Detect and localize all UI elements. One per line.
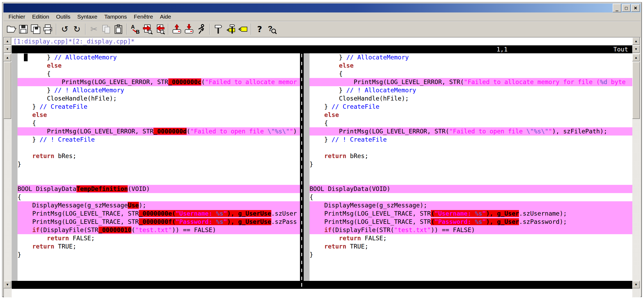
code-line: return bRes;	[310, 152, 632, 160]
session-save-icon	[184, 24, 194, 34]
right-code-pane[interactable]: } // AllocateMemory else { PrintMsg(LOG_…	[304, 53, 632, 281]
code-line: } // CreateFile	[18, 103, 300, 111]
toolbar-open-button[interactable]	[5, 23, 17, 36]
scroll-down-button[interactable]: ▼	[4, 45, 11, 53]
menu-item-outils[interactable]: Outils	[53, 14, 74, 20]
menu-item-tampons[interactable]: Tampons	[101, 14, 130, 20]
menu-item-edition[interactable]: Edition	[29, 14, 53, 20]
code-line	[310, 144, 632, 152]
code-line	[18, 259, 300, 267]
window-titlebar[interactable]: _ □ ×	[3, 3, 641, 12]
toolbar-redo-button[interactable]: ↻	[71, 23, 83, 36]
minibufexplorer-bufferline[interactable]: [1:display.cpp]*[2:_display.cpp]*	[12, 37, 632, 45]
minimize-button[interactable]: _	[613, 4, 621, 12]
menu-item-syntaxe[interactable]: Syntaxe	[74, 14, 101, 20]
toolbar-save-all-button[interactable]	[29, 23, 42, 36]
help-icon: ?	[257, 25, 262, 33]
code-line: PrintMsg(LOG_LEVEL_TRACE, STR_0000000f("…	[18, 218, 300, 226]
code-line: {	[310, 193, 632, 201]
code-line: return TRUE;	[18, 242, 300, 251]
make-icon	[213, 24, 224, 34]
toolbar-help-button[interactable]: ?	[254, 23, 266, 36]
scroll-down-button[interactable]: ▼	[632, 45, 640, 53]
code-line: return bRes;	[18, 152, 300, 160]
help-find-icon: ?	[267, 24, 277, 34]
statusline-scroll-position: Tout	[613, 45, 628, 53]
toolbar-session-load-button[interactable]	[171, 23, 183, 36]
menu-item-aide[interactable]: Aide	[156, 14, 174, 20]
scroll-down-button[interactable]: ▼	[4, 281, 11, 288]
toolbar-undo-button[interactable]: ↺	[59, 23, 71, 36]
pane-statusline-bar	[12, 281, 632, 289]
scroll-thumb[interactable]	[632, 62, 640, 119]
left-fold-column[interactable]	[12, 53, 18, 281]
toolbar-save-button[interactable]	[17, 23, 29, 36]
command-line[interactable]	[12, 289, 632, 297]
left-scrollbar[interactable]: ▲▼▲▼	[4, 37, 12, 297]
statusline-ruler: 1,1	[496, 45, 508, 53]
code-line: } // AllocateMemory	[18, 53, 300, 62]
find-replace-icon: AB	[130, 24, 141, 34]
code-line	[310, 168, 632, 177]
diff-split-region: } // AllocateMemory else { PrintMsg(LOG_…	[12, 53, 632, 281]
toolbar-run-script-button[interactable]	[195, 23, 207, 36]
scroll-up-button[interactable]: ▲	[632, 37, 640, 45]
toolbar-print-button[interactable]	[42, 23, 54, 36]
toolbar-tag-jump-button[interactable]	[237, 23, 249, 36]
scroll-up-button[interactable]: ▲	[632, 54, 640, 61]
code-line: {	[18, 119, 300, 127]
close-button[interactable]: ×	[631, 4, 640, 12]
toolbar-session-save-button[interactable]	[183, 23, 195, 36]
left-code-pane[interactable]: } // AllocateMemory else { PrintMsg(LOG_…	[12, 53, 300, 281]
toolbar-help-find-button[interactable]: ?	[266, 23, 278, 36]
code-line: {	[18, 70, 300, 78]
code-line: if(DisplayFile(STR("test.txt")) == FALSE…	[310, 226, 632, 234]
scroll-down-button[interactable]: ▼	[632, 281, 640, 288]
code-line: PrintMsg(LOG_LEVEL_ERROR, STR_0000000d("…	[18, 127, 300, 136]
find-prev-icon	[154, 24, 165, 34]
open-icon	[6, 24, 16, 34]
right-code-area[interactable]: } // AllocateMemory else { PrintMsg(LOG_…	[310, 53, 632, 281]
toolbar-cut-button[interactable]: ✂	[88, 23, 100, 36]
code-line: PrintMsg(LOG_LEVEL_TRACE, STR_0000000e("…	[18, 210, 300, 218]
right-fold-column[interactable]	[304, 53, 310, 281]
toolbar-separator	[168, 24, 169, 35]
buffer-tab-1[interactable]: [1:display.cpp]*	[13, 38, 72, 45]
buffer-tab-2[interactable]: [2:_display.cpp]*	[72, 38, 135, 45]
save-all-icon	[30, 24, 41, 34]
save-icon	[18, 24, 29, 34]
code-line: } // ! CreateFile	[18, 136, 300, 144]
print-icon	[42, 24, 53, 34]
code-line	[310, 177, 632, 185]
toolbar-find-replace-button[interactable]: AB	[129, 23, 141, 36]
cursor-block	[24, 54, 28, 61]
right-scrollbar[interactable]: ▲▼▲▼	[632, 37, 640, 297]
code-line: else	[310, 62, 632, 70]
code-line: PrintMsg(LOG_LEVEL_ERROR, STR("Failed to…	[310, 127, 632, 136]
maximize-button[interactable]: □	[622, 4, 630, 12]
toolbar-separator	[127, 24, 127, 35]
menu-item-fichier[interactable]: Fichier	[5, 14, 29, 20]
svg-text:A: A	[131, 24, 135, 30]
left-code-area[interactable]: } // AllocateMemory else { PrintMsg(LOG_…	[18, 53, 300, 281]
toolbar-paste-button[interactable]	[112, 23, 124, 36]
toolbar-copy-button[interactable]	[100, 23, 112, 36]
code-line: }	[18, 251, 300, 259]
minibufexplorer-statusline: -MiniBufExplorer- 1,1 Tout	[12, 45, 632, 53]
vertical-split-divider[interactable]	[300, 53, 304, 281]
tag-jump-icon	[237, 24, 248, 34]
menu-item-fentre[interactable]: Fenêtre	[130, 14, 156, 20]
toolbar-find-prev-button[interactable]	[154, 23, 166, 36]
code-line: PrintMsg(LOG_LEVEL_TRACE, STR("Password:…	[310, 218, 632, 226]
toolbar-tags-build-button[interactable]	[224, 23, 237, 36]
scroll-up-button[interactable]: ▲	[4, 37, 11, 45]
code-line: {	[310, 70, 632, 78]
code-line	[310, 259, 632, 267]
scroll-up-button[interactable]: ▲	[4, 54, 11, 61]
code-line	[18, 144, 300, 152]
code-line: } // ! AllocateMemory	[310, 86, 632, 94]
scroll-thumb[interactable]	[4, 62, 11, 119]
toolbar-make-button[interactable]	[212, 23, 224, 36]
toolbar-find-next-button[interactable]	[141, 23, 154, 36]
code-line: CloseHandle(hFile);	[310, 94, 632, 103]
